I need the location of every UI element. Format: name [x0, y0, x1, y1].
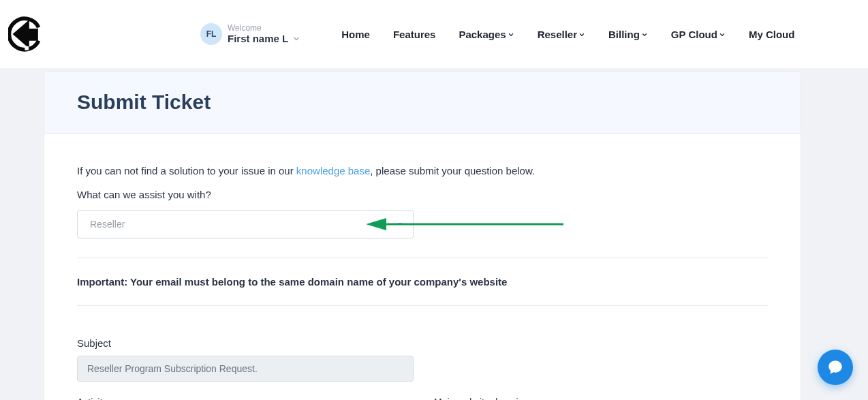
assist-label: What can we assist you with? [77, 189, 768, 200]
chat-widget-button[interactable] [818, 350, 853, 385]
card-body: If you can not find a solution to your i… [44, 134, 801, 400]
svg-rect-0 [25, 46, 29, 50]
user-menu[interactable]: FL Welcome First name L [200, 23, 300, 45]
chevron-down-icon [292, 35, 300, 43]
intro-text: If you can not find a solution to your i… [77, 165, 768, 176]
nav-billing[interactable]: Billing [608, 29, 648, 40]
nav-my-cloud[interactable]: My Cloud [749, 29, 795, 40]
nav-gp-cloud[interactable]: GP Cloud [671, 29, 726, 40]
subject-input[interactable]: Reseller Program Subscription Request. [77, 356, 414, 382]
annotation-arrow-icon [366, 217, 563, 231]
nav-reseller[interactable]: Reseller [538, 29, 585, 40]
ticket-card: Submit Ticket If you can not find a solu… [44, 71, 801, 400]
knowledge-base-link[interactable]: knowledge base [296, 165, 370, 176]
top-header: FL Welcome First name L Home Features Pa… [0, 0, 868, 68]
welcome-label: Welcome [228, 24, 300, 33]
nav-features[interactable]: Features [393, 29, 436, 40]
chevron-down-icon [641, 31, 648, 38]
subject-label: Subject [77, 337, 768, 349]
main-nav: Home Features Packages Reseller Billing … [341, 29, 794, 40]
logo [8, 14, 44, 55]
divider [77, 258, 768, 258]
nav-packages[interactable]: Packages [459, 29, 514, 40]
important-note: Important: Your email must belong to the… [77, 271, 768, 293]
assist-select[interactable]: Reseller [77, 210, 414, 239]
assist-select-value: Reseller [90, 219, 125, 230]
svg-marker-2 [366, 218, 386, 230]
chevron-down-icon [578, 31, 585, 38]
divider [77, 305, 768, 306]
avatar: FL [200, 23, 222, 45]
nav-home[interactable]: Home [341, 29, 370, 40]
activity-label: Activity [77, 397, 414, 400]
page-title: Submit Ticket [77, 91, 768, 114]
chevron-down-icon [719, 31, 726, 38]
user-name: First name L [228, 33, 288, 44]
chat-icon [826, 358, 844, 376]
card-header: Submit Ticket [44, 72, 801, 134]
main-domain-label: Main website domain [434, 397, 771, 400]
chevron-down-icon [508, 31, 514, 38]
